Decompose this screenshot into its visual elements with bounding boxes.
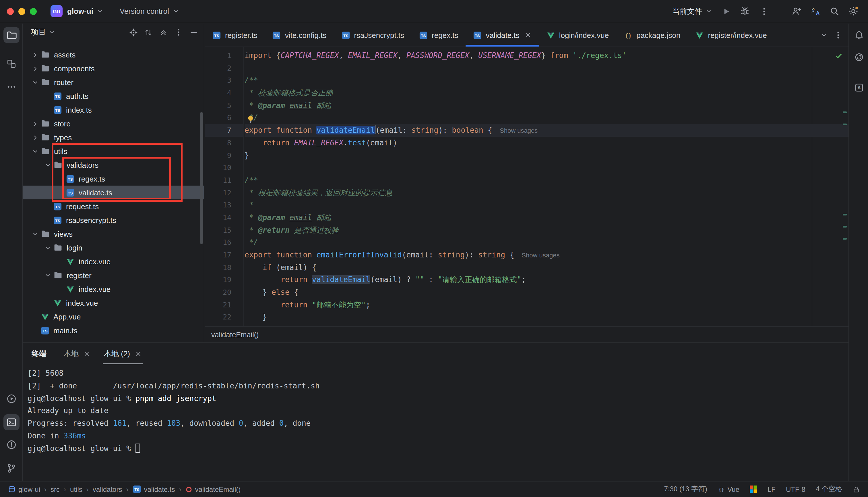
tool-notifications-button[interactable] (851, 27, 867, 43)
tree-item-app.vue[interactable]: App.vue (23, 310, 204, 324)
tab-register-index.vue[interactable]: register/index.vue (688, 24, 774, 46)
more-vertical-button[interactable] (174, 28, 183, 37)
sort-button[interactable] (144, 28, 153, 37)
code-editor[interactable]: 12345678910111213141516171819202122 impo… (205, 47, 849, 326)
tab-register.ts[interactable]: TSregister.ts (205, 24, 265, 46)
tree-item-utils[interactable]: utils (23, 144, 204, 158)
chevron-right-icon[interactable] (30, 51, 41, 58)
chevron-right-icon[interactable] (30, 120, 41, 127)
statusbar-crumb-validateemail()[interactable]: validateEmail() (186, 485, 241, 493)
tree-item-index.vue[interactable]: index.vue (23, 255, 204, 268)
tab-package.json[interactable]: {}package.json (616, 24, 688, 46)
statusbar-crumb-validators[interactable]: validators (93, 485, 122, 493)
tool-modules-button[interactable] (3, 56, 19, 72)
translate-button[interactable]: 文A (808, 4, 823, 19)
tree-item-regex.ts[interactable]: TSregex.ts (23, 172, 204, 186)
tree-item-register[interactable]: register (23, 268, 204, 282)
tab-regex.ts[interactable]: TSregex.ts (412, 24, 466, 46)
collaborate-button[interactable] (789, 4, 804, 19)
more-vertical-button[interactable] (756, 4, 771, 19)
statusbar-crumb-validate.ts[interactable]: TSvalidate.ts (132, 485, 175, 494)
chevron-down-icon[interactable] (43, 161, 54, 169)
statusbar-crumb-utils[interactable]: utils (70, 485, 83, 493)
statusbar-crumb-src[interactable]: src (50, 485, 60, 493)
chevron-down-icon[interactable] (30, 147, 41, 155)
chevron-right-icon[interactable] (30, 65, 41, 72)
terminal-output[interactable]: [2] 5608[2] + done /usr/local/app/redis-… (23, 364, 849, 481)
tree-item-login[interactable]: login (23, 241, 204, 255)
vcs-widget[interactable]: Version control (120, 7, 179, 15)
run-configuration-widget[interactable]: 当前文件 (672, 6, 712, 16)
line-number: 12 (205, 186, 244, 199)
chevron-down-icon[interactable] (30, 230, 41, 238)
search-button[interactable] (827, 4, 842, 19)
tree-item-views[interactable]: views (23, 227, 204, 241)
debug-button[interactable] (737, 4, 753, 19)
tree-item-types[interactable]: types (23, 130, 204, 144)
tree-item-store[interactable]: store (23, 117, 204, 130)
tool-more-button[interactable] (3, 79, 19, 95)
zoom-window-button[interactable] (30, 8, 37, 15)
tree-item-index.ts[interactable]: TSindex.ts (23, 103, 204, 117)
tool-git-branch-button[interactable] (3, 460, 19, 476)
tree-item-auth.ts[interactable]: TSauth.ts (23, 89, 204, 103)
line-number: 15 (205, 224, 244, 236)
settings-button[interactable] (845, 4, 861, 19)
statusbar-widget-lock[interactable] (853, 485, 860, 493)
tree-item-index.vue[interactable]: index.vue (23, 282, 204, 296)
close-icon[interactable] (525, 32, 532, 39)
terminal-tab--(2)[interactable]: 本地 (2) (97, 343, 148, 364)
statusbar-widget-7-30-(13-)[interactable]: 7:30 (13 字符) (664, 484, 707, 494)
inspection-ok-icon[interactable] (835, 52, 843, 60)
tree-item-validate.ts[interactable]: TSvalidate.ts (23, 186, 204, 199)
hide-button[interactable] (189, 28, 198, 37)
statusbar-crumb-glow-ui[interactable]: glow-ui (8, 485, 40, 493)
tree-item-request.ts[interactable]: TSrequest.ts (23, 199, 204, 213)
tree-item-assets[interactable]: assets (23, 48, 204, 61)
statusbar-widget-utf-8[interactable]: UTF-8 (786, 485, 806, 493)
run-button[interactable] (718, 4, 734, 19)
inlay-hint-show-usages[interactable]: Show usages (521, 252, 559, 258)
inlay-hint-show-usages[interactable]: Show usages (500, 127, 538, 134)
project-switcher[interactable]: glow-ui (67, 7, 104, 15)
tool-services-button[interactable] (3, 391, 19, 407)
tool-terminal-button[interactable] (3, 414, 19, 430)
chevron-right-icon[interactable] (30, 133, 41, 141)
tab-vite.config.ts[interactable]: TSvite.config.ts (265, 24, 334, 46)
close-icon[interactable] (83, 350, 90, 357)
tab-rsajsencrypt.ts[interactable]: TSrsaJsencrypt.ts (334, 24, 412, 46)
editor-breadcrumb[interactable]: validateEmail() (211, 331, 259, 339)
tree-item-validators[interactable]: validators (23, 158, 204, 172)
chevron-down-icon[interactable] (30, 79, 41, 86)
svg-text:TS: TS (134, 487, 139, 492)
tab-login-index.vue[interactable]: login/index.vue (539, 24, 616, 46)
statusbar-widget-vue[interactable]: {}Vue (718, 485, 739, 493)
terminal-tab--[interactable]: 本地 (57, 343, 97, 364)
tree-item-router[interactable]: router (23, 75, 204, 89)
collapse-all-button[interactable] (159, 28, 167, 37)
tree-item-rsajsencrypt.ts[interactable]: TSrsaJsencrypt.ts (23, 213, 204, 227)
tool-ai-assistant-button[interactable] (851, 49, 867, 65)
tool-project-button[interactable] (3, 27, 19, 43)
statusbar-widget-4-[interactable]: 4 个空格 (816, 484, 842, 494)
tool-problems-button[interactable] (3, 437, 19, 453)
close-window-button[interactable] (7, 8, 14, 15)
chevron-down-icon[interactable] (43, 244, 54, 251)
tree-item-main.ts[interactable]: TSmain.ts (23, 324, 204, 337)
tool-translation-button[interactable]: A (851, 79, 867, 95)
chevron-down-icon[interactable] (43, 271, 54, 279)
tabs-menu-button[interactable] (834, 30, 843, 40)
project-panel-title[interactable]: 项目 (31, 27, 46, 37)
close-icon[interactable] (135, 350, 142, 357)
hidden-tabs-button[interactable] (820, 31, 828, 39)
tree-item-index.vue[interactable]: index.vue (23, 296, 204, 310)
minimize-window-button[interactable] (18, 8, 25, 15)
tree-item-components[interactable]: components (23, 61, 204, 75)
project-scrollbar[interactable] (200, 112, 203, 244)
locate-button[interactable] (129, 28, 138, 37)
intention-bulb-icon[interactable] (246, 115, 255, 124)
statusbar-widget-lf[interactable]: LF (767, 485, 776, 493)
tab-validate.ts[interactable]: TSvalidate.ts (466, 24, 539, 46)
statusbar-widget-windows[interactable] (750, 485, 757, 493)
chevron-down-icon[interactable] (48, 28, 56, 36)
